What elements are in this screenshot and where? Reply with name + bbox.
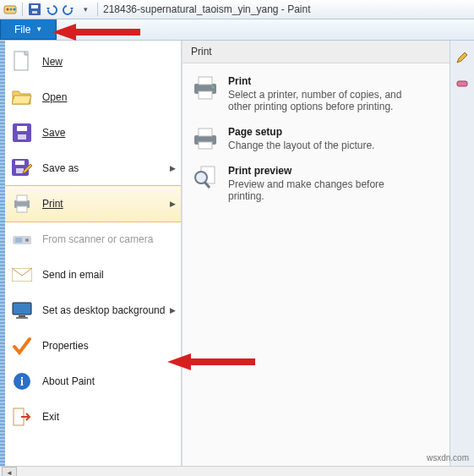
sub-desc: Change the layout of the picture.: [228, 140, 374, 151]
svg-rect-15: [17, 195, 27, 201]
svg-rect-10: [18, 134, 26, 140]
pencil-icon[interactable]: [455, 51, 469, 64]
menu-set-background[interactable]: Set as desktop background ▶: [5, 293, 181, 328]
menu-exit[interactable]: Exit: [5, 399, 181, 435]
save-disk-icon: [12, 123, 32, 143]
eraser-icon[interactable]: [455, 76, 469, 90]
svg-rect-23: [16, 317, 28, 319]
scanner-icon: [12, 229, 32, 249]
sub-title: Page setup: [228, 126, 374, 138]
menu-label: Exit: [42, 411, 59, 423]
menu-label: Save as: [42, 162, 79, 174]
panel-header: Print: [183, 41, 449, 63]
svg-rect-16: [17, 206, 27, 212]
watermark: wsxdn.com: [427, 453, 469, 462]
separator: [97, 3, 98, 16]
scroll-left-button[interactable]: ◄: [2, 467, 17, 476]
menu-save[interactable]: Save: [5, 115, 181, 150]
desktop-icon: [12, 300, 32, 320]
svg-point-3: [14, 8, 16, 11]
exit-icon: [12, 407, 32, 427]
app-icon: [3, 3, 17, 16]
svg-rect-21: [13, 303, 31, 315]
svg-rect-29: [199, 91, 212, 99]
svg-rect-9: [17, 126, 27, 131]
window-title: 218436-supernatural_taoism_yin_yang - Pa…: [103, 3, 311, 15]
menu-label: Set as desktop background: [42, 304, 165, 316]
menu-about[interactable]: i About Paint: [5, 364, 181, 399]
undo-icon[interactable]: [45, 3, 58, 16]
svg-rect-28: [199, 77, 212, 85]
sub-page-setup[interactable]: Page setup Change the layout of the pict…: [186, 119, 446, 158]
qat-dropdown-icon[interactable]: ▾: [79, 3, 92, 16]
ribbon-tabs: File ▼: [0, 19, 474, 41]
info-icon: i: [12, 371, 32, 391]
open-folder-icon: [12, 87, 32, 107]
menu-label: From scanner or camera: [42, 233, 153, 245]
new-file-icon: [12, 52, 32, 72]
right-toolbar-sliver: [449, 41, 474, 466]
svg-rect-33: [199, 142, 212, 149]
menu-label: New: [42, 56, 63, 68]
print-submenu-panel: Print Print Select a printer, number of …: [182, 41, 449, 466]
svg-point-1: [7, 8, 9, 11]
separator: [22, 3, 23, 16]
save-icon[interactable]: [28, 3, 41, 16]
title-bar: ▾ 218436-supernatural_taoism_yin_yang - …: [0, 0, 474, 19]
menu-label: Send in email: [42, 269, 104, 281]
menu-open[interactable]: Open: [5, 79, 181, 115]
svg-rect-5: [31, 5, 38, 8]
menu-label: Open: [42, 91, 67, 103]
menu-properties[interactable]: Properties: [5, 328, 181, 364]
redo-icon[interactable]: [62, 3, 75, 16]
printer-icon: [12, 194, 32, 214]
svg-text:i: i: [20, 375, 24, 388]
svg-rect-13: [16, 168, 24, 173]
sub-print-preview[interactable]: Print preview Preview and make changes b…: [186, 158, 446, 209]
file-tab-label: File: [14, 24, 30, 36]
svg-point-2: [10, 8, 13, 11]
checkmark-icon: [12, 336, 32, 356]
file-tab[interactable]: File ▼: [0, 19, 57, 40]
svg-rect-6: [32, 11, 37, 14]
sub-desc: Preview and make changes before printing…: [228, 178, 422, 202]
chevron-right-icon: ▶: [170, 200, 176, 208]
chevron-right-icon: ▶: [170, 164, 176, 172]
menu-label: Save: [42, 127, 65, 139]
menu-label: Properties: [42, 340, 89, 352]
magnifier-icon: [191, 165, 220, 190]
menu-print[interactable]: Print ▶: [5, 185, 181, 222]
sub-desc: Select a printer, number of copies, and …: [228, 89, 422, 112]
menu-scanner: From scanner or camera: [5, 222, 181, 257]
sub-title: Print: [228, 75, 422, 87]
svg-point-30: [212, 86, 215, 89]
menu-label: Print: [42, 198, 63, 210]
menu-send-email[interactable]: Send in email: [5, 257, 181, 293]
page-setup-icon: [191, 126, 220, 151]
sub-title: Print preview: [228, 165, 422, 177]
svg-point-19: [25, 238, 29, 242]
menu-save-as[interactable]: Save as ▶: [5, 150, 181, 186]
printer-icon: [191, 75, 220, 101]
horizontal-scrollbar[interactable]: ◄: [0, 466, 474, 476]
svg-rect-37: [457, 81, 467, 86]
svg-rect-18: [15, 238, 22, 243]
svg-rect-32: [199, 129, 212, 136]
svg-rect-12: [15, 161, 25, 165]
chevron-right-icon: ▶: [170, 306, 176, 315]
file-menu: New Open Save Save as ▶ Print: [5, 41, 182, 466]
menu-label: About Paint: [42, 375, 95, 387]
svg-rect-22: [19, 315, 25, 317]
sub-print[interactable]: Print Select a printer, number of copies…: [186, 68, 446, 119]
save-as-icon: [12, 158, 32, 178]
menu-new[interactable]: New: [5, 44, 181, 79]
envelope-icon: [12, 265, 32, 285]
